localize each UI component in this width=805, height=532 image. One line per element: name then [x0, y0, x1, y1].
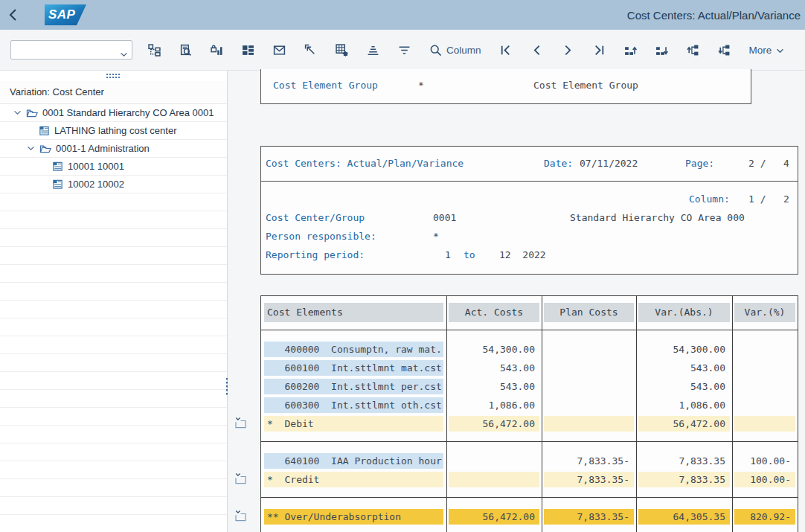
column-header[interactable]: Var.(Abs.): [638, 303, 730, 322]
cost-center-icon: [51, 161, 64, 172]
table-row: 640100 IAA Production hour7,833.35-7,833…: [261, 452, 798, 470]
value-cell[interactable]: 1,086.00: [636, 396, 732, 414]
hierarchy-level-up-icon[interactable]: [624, 43, 638, 57]
tree-empty-row: [0, 318, 227, 336]
expand-chevron-icon[interactable]: [12, 110, 22, 115]
lock-chart-icon[interactable]: [210, 43, 223, 57]
command-field-input[interactable]: [13, 42, 112, 58]
sort-ascending-icon[interactable]: [366, 43, 379, 57]
tree-item[interactable]: 10002 10002: [0, 176, 227, 193]
table-row: 600300 Int.sttlmnt oth.cst1,086.001,086.…: [261, 396, 798, 414]
column-last-icon[interactable]: [593, 43, 606, 57]
cost-center-tree: 0001 Standard Hierarchy CO Area 0001LATH…: [0, 104, 227, 532]
table-settings-icon[interactable]: [335, 43, 348, 57]
date-label: Date:: [544, 156, 573, 171]
reporting-period-label: Reporting period:: [266, 248, 365, 263]
collapse-node-icon[interactable]: [234, 472, 247, 485]
value-cell[interactable]: 543.00: [446, 359, 542, 377]
sidebar: Variation: Cost Center 0001 Standard Hie…: [0, 71, 228, 532]
value-cell[interactable]: 1,086.00: [446, 396, 542, 414]
collapse-node-icon[interactable]: [234, 510, 247, 522]
back-button[interactable]: [0, 0, 25, 30]
value-cell[interactable]: [734, 416, 795, 432]
value-cell[interactable]: 54,300.00: [636, 340, 732, 359]
cost-center-icon: [37, 125, 51, 136]
tree-empty-row: [0, 247, 227, 265]
table-spacer: [261, 498, 798, 507]
value-cell[interactable]: 7,833.35-: [544, 509, 634, 525]
sap-window: SAP Cost Centers: Actual/Plan/Variance C…: [0, 0, 805, 532]
value-cell[interactable]: 820.92-: [734, 509, 795, 525]
cost-element-cell[interactable]: 400000 Consumptn, raw mat.: [264, 342, 443, 357]
cost-element-cell[interactable]: 600200 Int.sttlmnt per.cst: [264, 379, 443, 394]
print-preview-icon[interactable]: [179, 43, 192, 57]
more-label: More: [749, 45, 772, 56]
value-cell[interactable]: 7,833.35-: [542, 452, 636, 470]
value-cell[interactable]: 100.00-: [734, 472, 795, 487]
combo-chevron-icon[interactable]: [120, 47, 128, 60]
value-cell[interactable]: 7,833.35-: [544, 472, 634, 487]
column-first-icon[interactable]: [499, 43, 513, 57]
tree-empty-row: [0, 265, 227, 283]
tree-empty-row: [0, 372, 227, 390]
sidebar-grip-handle[interactable]: [0, 71, 227, 81]
previous-node-icon[interactable]: [687, 43, 700, 57]
column-previous-icon[interactable]: [530, 43, 544, 57]
column-search-label: Column: [446, 45, 481, 56]
tree-empty-row: [0, 301, 227, 318]
envelope-icon[interactable]: [272, 43, 286, 57]
tree-item[interactable]: 10001 10001: [0, 158, 227, 176]
column-header[interactable]: Cost Elements: [264, 303, 443, 322]
tree-empty-row: [0, 193, 227, 211]
cost-element-cell[interactable]: ** Over/Underabsorption: [264, 509, 443, 525]
tree-item[interactable]: 0001-1 Administration: [0, 140, 227, 158]
expand-chevron-icon[interactable]: [25, 146, 36, 151]
command-field[interactable]: [10, 40, 132, 60]
person-responsible-value: *: [433, 229, 439, 244]
collapse-node-icon[interactable]: [234, 417, 247, 429]
value-cell[interactable]: 7,833.35: [636, 452, 732, 470]
page-value: 2 / 4: [748, 156, 789, 171]
hierarchy-level-down-icon[interactable]: [655, 43, 669, 57]
value-cell[interactable]: 56,472.00: [449, 509, 539, 525]
value-cell[interactable]: 64,305.35: [638, 509, 730, 525]
tree-item-label: 10002 10002: [68, 179, 124, 190]
layout-grid-icon[interactable]: [241, 43, 254, 57]
sap-logo: SAP: [45, 4, 86, 25]
tree-empty-row: [0, 408, 227, 426]
value-cell[interactable]: 7,833.35: [638, 472, 730, 487]
toolbar: ColumnMore: [0, 30, 805, 71]
table-spacer: [261, 442, 798, 452]
jump-to-icon[interactable]: [304, 43, 317, 57]
hierarchy-icon[interactable]: [147, 43, 161, 57]
column-search-button[interactable]: Column: [429, 43, 481, 57]
cost-element-group-value: Cost Element Group: [533, 78, 638, 93]
value-cell[interactable]: 100.00-: [732, 452, 798, 470]
value-cell[interactable]: 543.00: [636, 377, 732, 396]
tree-item[interactable]: 0001 Standard Hierarchy CO Area 0001: [0, 104, 227, 122]
filter-icon[interactable]: [397, 43, 411, 57]
value-cell[interactable]: 54,300.00: [446, 340, 542, 359]
value-cell[interactable]: 543.00: [446, 377, 542, 396]
column-value: 1 / 2: [748, 192, 789, 207]
value-cell[interactable]: [449, 472, 539, 487]
value-cell[interactable]: 543.00: [636, 359, 732, 377]
cost-element-cell[interactable]: * Credit: [264, 472, 443, 487]
cost-element-cell[interactable]: 640100 IAA Production hour: [264, 453, 443, 469]
cost-element-cell[interactable]: 600100 Int.sttlmnt mat.cst: [264, 360, 443, 376]
column-header[interactable]: Plan Costs: [544, 303, 634, 322]
tree-item[interactable]: LATHING lathing cost center: [0, 122, 227, 140]
tree-empty-row: [0, 515, 227, 532]
value-cell[interactable]: 56,472.00: [449, 416, 539, 432]
cost-element-cell[interactable]: * Debit: [264, 416, 443, 432]
column-next-icon[interactable]: [562, 43, 575, 57]
value-cell[interactable]: [544, 416, 634, 432]
cost-element-cell[interactable]: 600300 Int.sttlmnt oth.cst: [264, 397, 443, 413]
more-button[interactable]: More: [749, 43, 785, 57]
column-header[interactable]: Var.(%): [734, 303, 795, 322]
value-cell[interactable]: 56,472.00: [638, 416, 730, 432]
section-divider: [261, 433, 798, 442]
next-node-icon[interactable]: [718, 43, 731, 57]
tree-empty-row: [0, 211, 227, 229]
column-header[interactable]: Act. Costs: [449, 303, 539, 322]
